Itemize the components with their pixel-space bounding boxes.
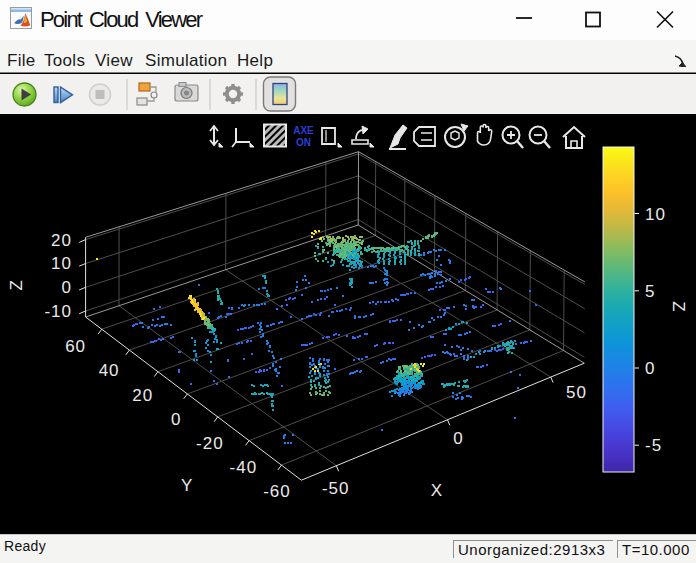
svg-text:20: 20 [51,231,72,250]
svg-text:5: 5 [645,282,655,301]
svg-text:ON: ON [296,137,311,148]
svg-text:40: 40 [99,361,120,380]
svg-text:-20: -20 [196,434,224,453]
svg-text:Y: Y [181,476,193,495]
svg-text:-60: -60 [263,482,291,501]
svg-text:10: 10 [51,254,72,273]
svg-text:-5: -5 [645,436,662,455]
svg-text:X: X [431,481,443,500]
svg-text:Z: Z [669,301,688,312]
svg-text:50: 50 [566,383,587,402]
svg-text:60: 60 [65,337,86,356]
svg-text:0: 0 [453,429,463,448]
svg-text:20: 20 [132,386,153,405]
svg-text:10: 10 [645,205,666,224]
svg-text:Z: Z [7,279,26,290]
svg-text:0: 0 [171,410,181,429]
svg-text:0: 0 [645,359,655,378]
svg-text:AXE: AXE [293,125,314,136]
svg-text:-40: -40 [230,458,258,477]
svg-text:-50: -50 [322,479,350,498]
svg-text:-10: -10 [44,302,72,321]
svg-text:0: 0 [62,278,72,297]
